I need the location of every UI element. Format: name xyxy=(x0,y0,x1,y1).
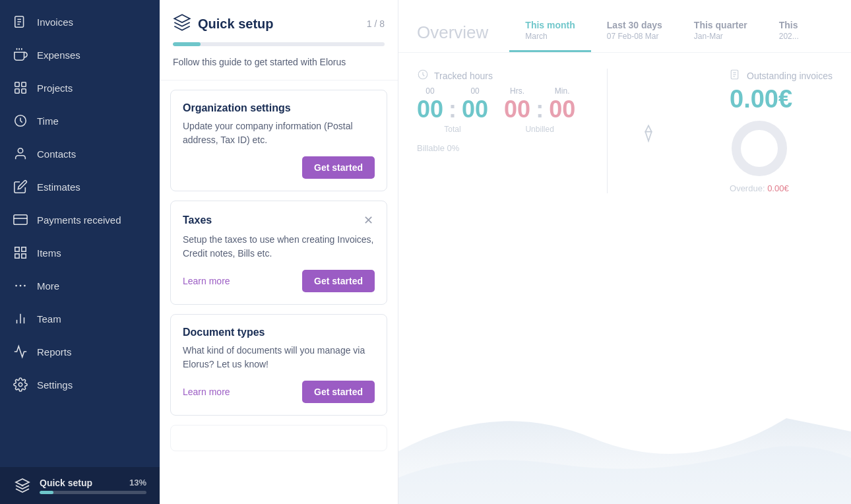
sidebar-item-payments[interactable]: Payments received xyxy=(0,203,160,236)
stats-row: Tracked hours 00 00 : 00 xyxy=(417,69,833,193)
quick-setup-step: 1 / 8 xyxy=(367,18,385,29)
svg-rect-8 xyxy=(22,82,26,86)
payments-icon xyxy=(13,212,28,227)
svg-rect-7 xyxy=(15,82,19,86)
overview-header: Overview This month March Last 30 days 0… xyxy=(398,0,851,53)
card-taxes-close[interactable]: ✕ xyxy=(362,213,375,228)
setup-card-org: Organization settings Update your compan… xyxy=(170,90,387,191)
stats-divider xyxy=(607,69,608,193)
sidebar-item-expenses[interactable]: Expenses xyxy=(0,38,160,71)
tab-last-30[interactable]: Last 30 days 07 Feb-08 Mar xyxy=(591,13,678,52)
svg-rect-17 xyxy=(22,254,26,258)
setup-card-partial xyxy=(170,425,387,451)
setup-card-taxes: Taxes ✕ Setup the taxes to use when crea… xyxy=(170,201,387,305)
svg-point-25 xyxy=(18,383,22,387)
unbilled-min: 00 xyxy=(549,96,575,123)
quick-setup-bar-badge: 13% xyxy=(129,478,146,488)
card-doc-learn-more[interactable]: Learn more xyxy=(183,387,230,397)
sidebar-item-contacts[interactable]: Contacts xyxy=(0,137,160,170)
sidebar-item-estimates[interactable]: Estimates xyxy=(0,170,160,203)
sidebar-label-expenses: Expenses xyxy=(37,49,80,61)
sidebar-label-items: Items xyxy=(37,247,61,259)
quick-setup-progress-fill xyxy=(173,42,201,46)
quick-setup-header: Quick setup 1 / 8 Follow this guide to g… xyxy=(160,0,398,80)
sidebar-label-invoices: Invoices xyxy=(37,16,73,28)
sidebar-item-projects[interactable]: Projects xyxy=(0,71,160,104)
invoice-icon xyxy=(730,69,741,82)
quick-setup-panel: Quick setup 1 / 8 Follow this guide to g… xyxy=(160,0,398,504)
projects-icon xyxy=(13,80,28,95)
tab-this-month[interactable]: This month March xyxy=(509,13,590,52)
overview-tabs: This month March Last 30 days 07 Feb-08 … xyxy=(509,13,814,52)
setup-card-doc-types: Document types What kind of documents wi… xyxy=(170,314,387,416)
overview-title: Overview xyxy=(417,22,488,52)
sidebar-item-more[interactable]: More xyxy=(0,269,160,302)
card-taxes-get-started[interactable]: Get started xyxy=(302,270,375,292)
sidebar-item-invoices[interactable]: Invoices xyxy=(0,5,160,38)
tracked-hours-label: Tracked hours xyxy=(434,71,493,81)
svg-point-21 xyxy=(24,285,26,287)
unbilled-hrs: 00 xyxy=(504,96,530,123)
overdue-label: Overdue: xyxy=(730,183,765,193)
outstanding-label: Outstanding invoices xyxy=(747,71,833,81)
quick-setup-title: Quick setup xyxy=(198,16,273,32)
outstanding-value: 0.00€ xyxy=(730,85,833,113)
wave-svg xyxy=(398,332,851,504)
total-hrs: 00 xyxy=(417,96,443,123)
card-org-desc: Update your company information (Postal … xyxy=(183,119,375,147)
tab-this-quarter[interactable]: This quarter Jan-Mar xyxy=(678,13,763,52)
svg-rect-15 xyxy=(15,247,19,251)
reports-icon xyxy=(13,344,28,359)
sidebar-label-time: Time xyxy=(37,115,59,127)
sidebar-nav: Invoices Expenses Projects Time xyxy=(0,0,160,467)
svg-rect-13 xyxy=(14,215,27,225)
sidebar-item-reports[interactable]: Reports xyxy=(0,335,160,368)
sidebar-label-contacts: Contacts xyxy=(37,148,76,160)
quick-setup-bar-icon xyxy=(13,476,32,495)
card-doc-get-started[interactable]: Get started xyxy=(302,381,375,403)
tracked-hours-block: Tracked hours 00 00 : 00 xyxy=(417,69,575,193)
tab-this-year-label: This xyxy=(779,20,798,30)
billable-label: Billable 0% xyxy=(417,143,575,153)
sidebar-item-time[interactable]: Time xyxy=(0,104,160,137)
card-doc-desc: What kind of documents will you manage v… xyxy=(183,344,375,371)
diamond-icon xyxy=(639,124,658,145)
sidebar-label-reports: Reports xyxy=(37,346,72,358)
svg-point-32 xyxy=(736,125,782,172)
svg-rect-16 xyxy=(22,247,26,251)
overview-panel: Overview This month March Last 30 days 0… xyxy=(398,0,851,504)
sidebar-quick-setup-bar[interactable]: Quick setup 13% xyxy=(0,467,160,504)
sidebar-label-team: Team xyxy=(37,313,61,325)
card-taxes-learn-more[interactable]: Learn more xyxy=(183,276,230,286)
expenses-icon xyxy=(13,47,28,62)
clock-icon xyxy=(417,69,429,82)
more-icon xyxy=(13,278,28,293)
quick-setup-progress xyxy=(173,42,385,46)
invoices-icon xyxy=(13,15,28,29)
sidebar-label-projects: Projects xyxy=(37,82,73,94)
team-icon xyxy=(13,311,28,326)
tab-this-year-sub: 202... xyxy=(779,32,799,41)
overdue-value: 0.00€ xyxy=(767,183,789,193)
card-org-get-started[interactable]: Get started xyxy=(302,156,375,179)
sidebar-label-payments: Payments received xyxy=(37,214,121,226)
time-icon xyxy=(13,113,28,128)
quick-setup-progress-bar xyxy=(40,491,146,494)
svg-point-20 xyxy=(20,285,22,287)
chart-area xyxy=(398,332,851,504)
tab-this-month-sub: March xyxy=(525,32,547,41)
tab-last-30-sub: 07 Feb-08 Mar xyxy=(607,32,659,41)
contacts-icon xyxy=(13,146,28,161)
settings-icon xyxy=(13,377,28,392)
svg-rect-10 xyxy=(22,89,26,93)
tab-this-year[interactable]: This 202... xyxy=(763,13,815,52)
tab-this-month-label: This month xyxy=(525,20,575,30)
sidebar-item-team[interactable]: Team xyxy=(0,302,160,335)
quick-setup-description: Follow this guide to get started with El… xyxy=(173,55,385,69)
sidebar-item-items[interactable]: Items xyxy=(0,236,160,269)
quick-setup-icon xyxy=(173,13,191,34)
sidebar-item-settings[interactable]: Settings xyxy=(0,368,160,401)
total-label: Total xyxy=(444,125,460,134)
unbilled-label: Unbilled xyxy=(525,125,553,134)
sidebar: Invoices Expenses Projects Time xyxy=(0,0,160,504)
